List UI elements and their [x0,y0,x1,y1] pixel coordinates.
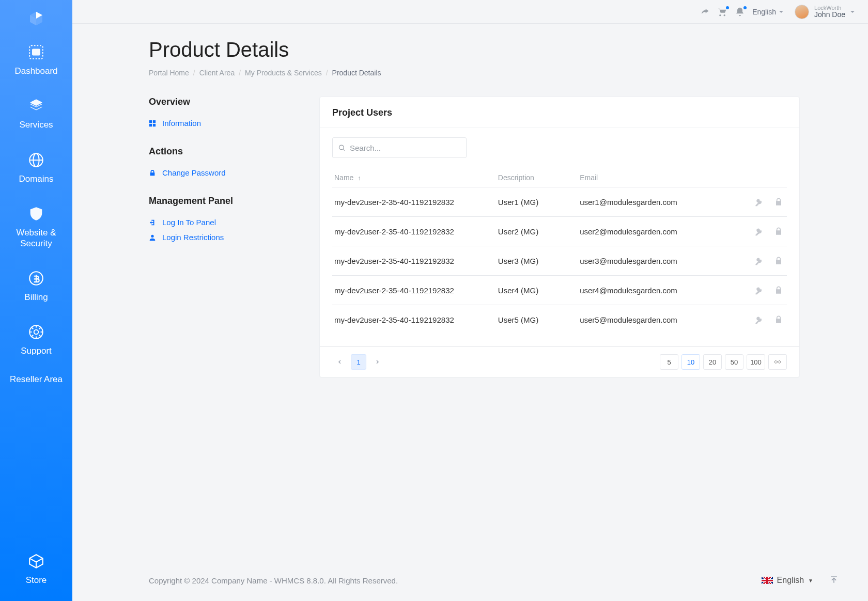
cell-name: my-dev2user-2-35-40-1192192832 [332,187,496,217]
sidebar-item-label: Domains [19,174,53,184]
cell-description: User2 (MG) [496,217,578,246]
link-label: Change Password [162,168,226,177]
col-email[interactable]: Email [578,168,732,187]
svg-rect-10 [153,123,156,126]
cell-name: my-dev2user-2-35-40-1192192832 [332,246,496,276]
table-row: my-dev2user-2-35-40-1192192832User1 (MG)… [332,187,787,217]
svg-point-13 [760,229,761,230]
svg-point-16 [760,318,761,319]
language-label: English [752,8,776,16]
language-selector-footer[interactable]: English ▼ [762,576,813,585]
page-size-option[interactable]: 50 [725,354,743,370]
pagination: 1 [332,354,385,370]
page-size-option[interactable]: 5 [660,354,678,370]
table-row: my-dev2user-2-35-40-1192192832User5 (MG)… [332,305,787,335]
key-icon[interactable] [754,285,764,295]
card-title: Project Users [320,97,799,128]
page-next[interactable] [369,354,385,370]
sidebar-item-label: Store [26,575,47,586]
key-icon[interactable] [754,226,764,236]
sort-asc-icon: ↑ [358,175,361,182]
key-icon[interactable] [754,197,764,207]
svg-rect-9 [149,123,152,126]
search-input[interactable] [346,138,461,157]
link-label: Login Restrictions [162,233,224,242]
user-menu[interactable]: LockWorth John Doe [795,5,855,19]
project-users-card: Project Users Name ↑ [319,97,800,377]
table-row: my-dev2user-2-35-40-1192192832User2 (MG)… [332,217,787,246]
cell-description: User5 (MG) [496,305,578,335]
sidebar-item-support[interactable]: Support [0,313,72,367]
page-size-option[interactable]: 10 [681,354,700,370]
page-number[interactable]: 1 [351,354,366,370]
chevron-down-icon [850,11,855,13]
breadcrumb-item[interactable]: My Products & Services [245,69,322,77]
page-title: Product Details [149,38,839,61]
sidebar-item-label: Reseller Area [10,374,63,385]
key-icon[interactable] [754,256,764,266]
sidebar-item-services[interactable]: Services [0,87,72,140]
sidebar-item-label: Website & Security [4,228,68,249]
lock-icon[interactable] [773,285,784,295]
copyright: Copyright © 2024 Company Name - WHMCS 8.… [149,576,398,585]
link-information[interactable]: Information [149,116,299,131]
lock-icon[interactable] [773,226,784,236]
user-name: John Doe [814,11,845,19]
col-description[interactable]: Description [496,168,578,187]
sidebar-item-billing[interactable]: Billing [0,259,72,313]
cell-name: my-dev2user-2-35-40-1192192832 [332,217,496,246]
section-overview-title: Overview [149,97,299,107]
section-management-title: Management Panel [149,196,299,207]
cart-icon[interactable] [717,7,727,17]
svg-point-12 [760,200,761,201]
page-size-all[interactable] [768,354,787,370]
breadcrumb-item[interactable]: Portal Home [149,69,189,77]
sidebar-item-label: Services [19,120,53,130]
language-label: English [777,576,804,585]
key-icon[interactable] [754,314,764,325]
page-size-option[interactable]: 100 [747,354,765,370]
language-selector-top[interactable]: English [752,8,783,16]
flag-uk-icon [762,577,773,584]
scroll-to-top[interactable] [829,575,839,587]
link-label: Log In To Panel [162,218,216,227]
sidebar-item-label: Support [21,346,52,356]
search-input-wrap [332,137,467,158]
svg-rect-7 [149,120,152,122]
lock-icon[interactable] [773,314,784,325]
link-label: Information [162,119,201,128]
page-size-option[interactable]: 20 [703,354,722,370]
sidebar-item-label: Billing [24,292,48,303]
svg-point-11 [339,145,344,150]
cell-email: user5@modulesgarden.com [578,305,732,335]
logo[interactable] [0,4,72,33]
notification-dot [726,6,729,9]
breadcrumb: Portal Home / Client Area / My Products … [149,69,839,77]
sidebar-item-domains[interactable]: Domains [0,141,72,195]
table-row: my-dev2user-2-35-40-1192192832User3 (MG)… [332,246,787,276]
svg-point-14 [760,259,761,260]
cell-email: user1@modulesgarden.com [578,187,732,217]
share-icon[interactable] [700,7,710,17]
link-login-to-panel[interactable]: Log In To Panel [149,215,299,230]
link-login-restrictions[interactable]: Login Restrictions [149,230,299,245]
table-row: my-dev2user-2-35-40-1192192832User4 (MG)… [332,276,787,305]
bell-icon[interactable] [735,7,745,17]
cell-email: user2@modulesgarden.com [578,217,732,246]
sidebar: Dashboard Services Domains Website & Sec… [0,0,72,601]
topbar: English LockWorth John Doe [72,0,868,24]
cell-description: User4 (MG) [496,276,578,305]
page-size-selector: 5102050100 [660,354,787,370]
sidebar-item-store[interactable]: Store [0,542,72,596]
breadcrumb-item[interactable]: Client Area [199,69,235,77]
sidebar-item-reseller-area[interactable]: Reseller Area [0,367,72,392]
col-name[interactable]: Name ↑ [332,168,496,187]
lock-icon[interactable] [773,197,784,207]
sidebar-item-dashboard[interactable]: Dashboard [0,33,72,87]
link-change-password[interactable]: Change Password [149,165,299,180]
sidebar-item-website-security[interactable]: Website & Security [0,195,72,259]
lock-icon[interactable] [773,256,784,266]
chevron-down-icon [779,11,783,13]
page-prev[interactable] [332,354,348,370]
svg-point-6 [34,330,39,335]
